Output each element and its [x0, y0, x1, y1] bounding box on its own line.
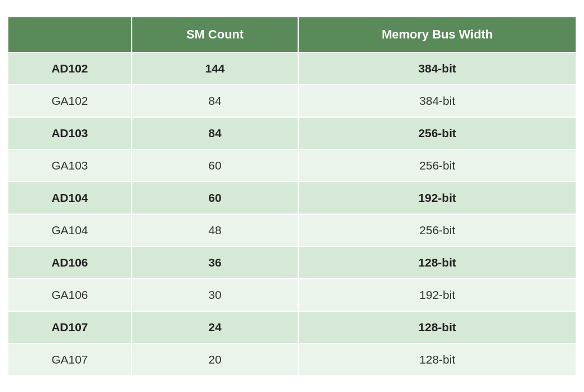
- cell-chip: AD104: [8, 182, 132, 214]
- table-row: GA10630192-bit: [8, 279, 576, 311]
- cell-memory-bus-width: 192-bit: [298, 182, 576, 214]
- table-row: AD10636128-bit: [8, 246, 576, 279]
- table-row: GA10720128-bit: [8, 343, 576, 376]
- cell-chip: GA107: [8, 343, 132, 376]
- cell-sm-count: 30: [132, 279, 299, 311]
- cell-chip: GA104: [8, 214, 132, 246]
- table-row: AD10724128-bit: [8, 311, 576, 343]
- cell-chip: AD103: [8, 117, 132, 149]
- cell-sm-count: 60: [132, 182, 299, 214]
- cell-chip: AD106: [8, 246, 132, 279]
- cell-memory-bus-width: 128-bit: [298, 343, 576, 376]
- cell-memory-bus-width: 256-bit: [298, 117, 576, 149]
- cell-memory-bus-width: 256-bit: [298, 214, 576, 246]
- cell-sm-count: 24: [132, 311, 299, 343]
- col-header-memory-bus-width: Memory Bus Width: [298, 17, 576, 52]
- col-header-chip: [8, 17, 132, 52]
- col-header-sm-count: SM Count: [132, 17, 299, 52]
- cell-sm-count: 36: [132, 246, 299, 279]
- comparison-table: SM Count Memory Bus Width AD102144384-bi…: [7, 16, 577, 376]
- cell-sm-count: 84: [132, 85, 299, 117]
- table-row: GA10284384-bit: [8, 85, 576, 117]
- cell-memory-bus-width: 256-bit: [298, 149, 576, 182]
- cell-memory-bus-width: 128-bit: [298, 311, 576, 343]
- cell-sm-count: 144: [132, 52, 299, 85]
- table-row: AD102144384-bit: [8, 52, 576, 85]
- cell-memory-bus-width: 128-bit: [298, 246, 576, 279]
- cell-sm-count: 48: [132, 214, 299, 246]
- cell-sm-count: 84: [132, 117, 299, 149]
- cell-chip: AD102: [8, 52, 132, 85]
- table-row: GA10360256-bit: [8, 149, 576, 182]
- table-row: GA10448256-bit: [8, 214, 576, 246]
- cell-memory-bus-width: 384-bit: [298, 85, 576, 117]
- cell-sm-count: 20: [132, 343, 299, 376]
- cell-chip: GA103: [8, 149, 132, 182]
- cell-chip: AD107: [8, 311, 132, 343]
- cell-chip: GA102: [8, 85, 132, 117]
- table-row: AD10460192-bit: [8, 182, 576, 214]
- cell-memory-bus-width: 384-bit: [298, 52, 576, 85]
- cell-sm-count: 60: [132, 149, 299, 182]
- cell-chip: GA106: [8, 279, 132, 311]
- cell-memory-bus-width: 192-bit: [298, 279, 576, 311]
- header-row: SM Count Memory Bus Width: [8, 17, 576, 52]
- table-row: AD10384256-bit: [8, 117, 576, 149]
